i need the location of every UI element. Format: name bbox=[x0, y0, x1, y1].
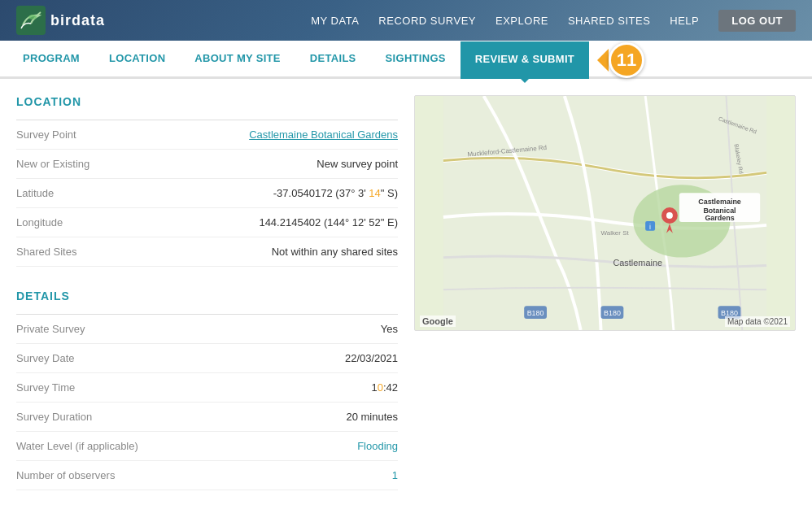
svg-text:Castlemaine: Castlemaine bbox=[698, 198, 741, 206]
longitude-label: Longitude bbox=[16, 216, 179, 229]
tab-review-submit[interactable]: REVIEW & SUBMIT bbox=[461, 41, 589, 79]
private-survey-value: Yes bbox=[381, 323, 398, 335]
water-level-label: Water Level (if applicable) bbox=[16, 440, 179, 452]
svg-text:Castlemaine: Castlemaine bbox=[613, 258, 662, 268]
new-or-existing-label: New or Existing bbox=[16, 158, 179, 170]
survey-duration-value: 20 minutes bbox=[346, 411, 398, 423]
private-survey-label: Private Survey bbox=[16, 323, 179, 335]
table-row: Longitude 144.2145402 (144° 12' 52" E) bbox=[16, 208, 398, 237]
svg-text:Walker St: Walker St bbox=[601, 229, 630, 237]
svg-text:B180: B180 bbox=[527, 309, 544, 317]
table-row: Survey Date 22/03/2021 bbox=[16, 344, 398, 373]
table-row: Survey Duration 20 minutes bbox=[16, 403, 398, 432]
details-heading: DETAILS bbox=[16, 289, 398, 307]
map-container[interactable]: Muckleford-Castlemaine Rd Blakeley Rd Ca… bbox=[414, 95, 796, 331]
water-level-value: Flooding bbox=[357, 440, 398, 452]
tab-review-submit-wrapper: REVIEW & SUBMIT 11 bbox=[461, 41, 644, 76]
svg-text:i: i bbox=[649, 223, 651, 231]
nav-record-survey[interactable]: RECORD SURVEY bbox=[378, 15, 476, 27]
svg-text:B180: B180 bbox=[604, 309, 621, 317]
table-row: Water Level (if applicable) Flooding bbox=[16, 432, 398, 461]
nav-my-data[interactable]: MY DATA bbox=[311, 15, 359, 27]
latitude-highlight: 14 bbox=[369, 187, 380, 199]
latitude-value: -37.0540172 (37° 3' 14" S) bbox=[273, 187, 398, 199]
app-name: birdata bbox=[50, 12, 105, 29]
top-navigation: birdata MY DATA RECORD SURVEY EXPLORE SH… bbox=[0, 0, 812, 41]
logout-button[interactable]: LOG OUT bbox=[718, 10, 796, 32]
table-row: Survey Time 10:42 bbox=[16, 373, 398, 403]
map-svg: Muckleford-Castlemaine Rd Blakeley Rd Ca… bbox=[415, 96, 795, 330]
shared-sites-value: Not within any shared sites bbox=[272, 246, 398, 258]
survey-duration-label: Survey Duration bbox=[16, 411, 179, 423]
location-heading: LOCATION bbox=[16, 95, 398, 113]
left-panel: LOCATION Survey Point Castlemaine Botani… bbox=[16, 95, 398, 490]
table-row: Private Survey Yes bbox=[16, 315, 398, 344]
survey-point-value[interactable]: Castlemaine Botanical Gardens bbox=[249, 128, 398, 141]
table-row: Number of observers 1 bbox=[16, 461, 398, 490]
location-section: LOCATION Survey Point Castlemaine Botani… bbox=[16, 95, 398, 267]
nav-links: MY DATA RECORD SURVEY EXPLORE SHARED SIT… bbox=[311, 10, 796, 32]
num-observers-label: Number of observers bbox=[16, 469, 179, 481]
table-row: Survey Point Castlemaine Botanical Garde… bbox=[16, 120, 398, 150]
survey-time-label: Survey Time bbox=[16, 381, 179, 394]
svg-point-19 bbox=[666, 212, 673, 219]
tab-navigation: PROGRAM LOCATION ABOUT MY SITE DETAILS S… bbox=[0, 41, 812, 79]
right-panel: Muckleford-Castlemaine Rd Blakeley Rd Ca… bbox=[414, 95, 796, 490]
svg-point-1 bbox=[28, 15, 37, 20]
details-section: DETAILS Private Survey Yes Survey Date 2… bbox=[16, 289, 398, 490]
arrow-left-icon bbox=[597, 49, 609, 72]
tab-sightings[interactable]: SIGHTINGS bbox=[371, 41, 461, 79]
shared-sites-label: Shared Sites bbox=[16, 246, 179, 258]
new-or-existing-value: New survey point bbox=[317, 158, 398, 170]
table-row: Latitude -37.0540172 (37° 3' 14" S) bbox=[16, 179, 398, 208]
birdata-logo-icon bbox=[16, 6, 46, 35]
logo-area: birdata bbox=[16, 6, 105, 35]
latitude-label: Latitude bbox=[16, 187, 179, 199]
table-row: Shared Sites Not within any shared sites bbox=[16, 237, 398, 267]
nav-explore[interactable]: EXPLORE bbox=[495, 15, 548, 27]
tab-program[interactable]: PROGRAM bbox=[8, 41, 94, 79]
num-observers-value: 1 bbox=[392, 469, 398, 481]
survey-date-label: Survey Date bbox=[16, 352, 179, 364]
table-row: New or Existing New survey point bbox=[16, 150, 398, 179]
survey-date-value: 22/03/2021 bbox=[345, 352, 398, 364]
main-content: LOCATION Survey Point Castlemaine Botani… bbox=[0, 79, 812, 507]
badge-number: 11 bbox=[609, 42, 644, 78]
survey-point-label: Survey Point bbox=[16, 128, 179, 141]
survey-time-highlight: 0 bbox=[378, 381, 383, 394]
svg-rect-0 bbox=[16, 6, 46, 35]
tab-about-my-site[interactable]: ABOUT MY SITE bbox=[180, 41, 295, 79]
badge-wrapper: 11 bbox=[597, 42, 644, 78]
tab-location[interactable]: LOCATION bbox=[94, 41, 180, 79]
google-logo: Google bbox=[420, 316, 456, 327]
map-attribution: Map data ©2021 bbox=[725, 316, 790, 327]
nav-shared-sites[interactable]: SHARED SITES bbox=[568, 15, 650, 27]
longitude-value: 144.2145402 (144° 12' 52" E) bbox=[259, 216, 398, 229]
survey-time-value: 10:42 bbox=[371, 381, 398, 394]
svg-text:Gardens: Gardens bbox=[705, 214, 734, 222]
tab-details[interactable]: DETAILS bbox=[295, 41, 371, 79]
nav-help[interactable]: HELP bbox=[670, 15, 699, 27]
